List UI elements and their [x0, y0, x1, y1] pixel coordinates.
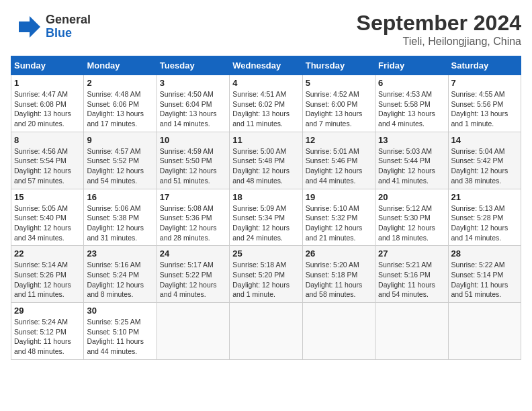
day-number: 20 [378, 192, 445, 202]
day-info: Sunrise: 5:05 AM Sunset: 5:40 PM Dayligh… [14, 203, 81, 243]
calendar-week-4: 22Sunrise: 5:14 AM Sunset: 5:26 PM Dayli… [11, 246, 521, 303]
day-number: 19 [306, 192, 372, 202]
day-number: 15 [14, 192, 81, 202]
day-info: Sunrise: 4:53 AM Sunset: 5:58 PM Dayligh… [378, 89, 445, 129]
day-number: 30 [87, 306, 153, 316]
calendar-cell: 2Sunrise: 4:48 AM Sunset: 6:06 PM Daylig… [84, 75, 157, 132]
day-info: Sunrise: 5:01 AM Sunset: 5:46 PM Dayligh… [306, 146, 372, 186]
calendar-header: SundayMondayTuesdayWednesdayThursdayFrid… [11, 56, 521, 75]
day-info: Sunrise: 5:16 AM Sunset: 5:24 PM Dayligh… [87, 260, 153, 300]
day-number: 28 [451, 248, 518, 259]
day-info: Sunrise: 5:00 AM Sunset: 5:48 PM Dayligh… [232, 146, 299, 186]
day-number: 27 [378, 248, 445, 259]
calendar-cell: 29Sunrise: 5:24 AM Sunset: 5:12 PM Dayli… [11, 303, 84, 360]
logo-text: General Blue [46, 13, 91, 40]
day-info: Sunrise: 4:48 AM Sunset: 6:06 PM Dayligh… [87, 89, 153, 129]
day-number: 24 [160, 248, 226, 259]
calendar-cell: 23Sunrise: 5:16 AM Sunset: 5:24 PM Dayli… [84, 246, 157, 303]
calendar-cell: 26Sunrise: 5:20 AM Sunset: 5:18 PM Dayli… [302, 246, 375, 303]
calendar-cell: 15Sunrise: 5:05 AM Sunset: 5:40 PM Dayli… [11, 189, 84, 246]
day-info: Sunrise: 5:21 AM Sunset: 5:16 PM Dayligh… [378, 260, 445, 300]
day-info: Sunrise: 4:51 AM Sunset: 6:02 PM Dayligh… [232, 89, 299, 129]
day-number: 8 [14, 135, 81, 145]
day-info: Sunrise: 5:22 AM Sunset: 5:14 PM Dayligh… [451, 260, 518, 300]
svg-marker-0 [19, 16, 40, 38]
day-number: 16 [87, 192, 153, 202]
day-number: 9 [87, 135, 153, 145]
calendar-cell: 30Sunrise: 5:25 AM Sunset: 5:10 PM Dayli… [84, 303, 157, 360]
calendar-cell: 27Sunrise: 5:21 AM Sunset: 5:16 PM Dayli… [375, 246, 448, 303]
logo: General Blue [11, 11, 91, 43]
day-number: 13 [378, 135, 445, 145]
calendar-cell: 4Sunrise: 4:51 AM Sunset: 6:02 PM Daylig… [230, 75, 302, 132]
day-number: 2 [87, 78, 153, 88]
day-number: 4 [232, 78, 299, 88]
calendar-cell: 7Sunrise: 4:55 AM Sunset: 5:56 PM Daylig… [448, 75, 521, 132]
header-day-saturday: Saturday [448, 56, 521, 75]
day-info: Sunrise: 4:50 AM Sunset: 6:04 PM Dayligh… [160, 89, 226, 129]
calendar-cell: 11Sunrise: 5:00 AM Sunset: 5:48 PM Dayli… [230, 132, 302, 189]
header-row: SundayMondayTuesdayWednesdayThursdayFrid… [11, 56, 521, 75]
header-day-wednesday: Wednesday [230, 56, 302, 75]
day-number: 12 [306, 135, 372, 145]
day-info: Sunrise: 4:47 AM Sunset: 6:08 PM Dayligh… [14, 89, 81, 129]
day-info: Sunrise: 4:56 AM Sunset: 5:54 PM Dayligh… [14, 146, 81, 186]
calendar-cell [157, 303, 229, 360]
header-day-friday: Friday [375, 56, 448, 75]
calendar-cell: 19Sunrise: 5:10 AM Sunset: 5:32 PM Dayli… [302, 189, 375, 246]
calendar-cell: 21Sunrise: 5:13 AM Sunset: 5:28 PM Dayli… [448, 189, 521, 246]
calendar-cell: 20Sunrise: 5:12 AM Sunset: 5:30 PM Dayli… [375, 189, 448, 246]
calendar-cell: 1Sunrise: 4:47 AM Sunset: 6:08 PM Daylig… [11, 75, 84, 132]
logo-blue-text: Blue [46, 27, 91, 40]
day-info: Sunrise: 5:12 AM Sunset: 5:30 PM Dayligh… [378, 203, 445, 243]
day-info: Sunrise: 4:57 AM Sunset: 5:52 PM Dayligh… [87, 146, 153, 186]
day-number: 26 [306, 248, 372, 259]
page-title: September 2024 [357, 11, 521, 36]
calendar-cell: 6Sunrise: 4:53 AM Sunset: 5:58 PM Daylig… [375, 75, 448, 132]
day-info: Sunrise: 5:06 AM Sunset: 5:38 PM Dayligh… [87, 203, 153, 243]
calendar-table: SundayMondayTuesdayWednesdayThursdayFrid… [11, 56, 521, 360]
calendar-cell [302, 303, 375, 360]
day-info: Sunrise: 5:13 AM Sunset: 5:28 PM Dayligh… [451, 203, 518, 243]
day-number: 18 [232, 192, 299, 202]
day-info: Sunrise: 5:25 AM Sunset: 5:10 PM Dayligh… [87, 317, 153, 357]
day-number: 22 [14, 248, 81, 259]
day-number: 11 [232, 135, 299, 145]
calendar-week-5: 29Sunrise: 5:24 AM Sunset: 5:12 PM Dayli… [11, 303, 521, 360]
day-number: 7 [451, 78, 518, 88]
day-number: 6 [378, 78, 445, 88]
day-number: 5 [306, 78, 372, 88]
header-day-thursday: Thursday [302, 56, 375, 75]
day-number: 25 [232, 248, 299, 259]
page-subtitle: Tieli, Heilongjiang, China [357, 36, 521, 48]
calendar-cell: 22Sunrise: 5:14 AM Sunset: 5:26 PM Dayli… [11, 246, 84, 303]
calendar-cell [230, 303, 302, 360]
calendar-cell: 8Sunrise: 4:56 AM Sunset: 5:54 PM Daylig… [11, 132, 84, 189]
calendar-cell: 18Sunrise: 5:09 AM Sunset: 5:34 PM Dayli… [230, 189, 302, 246]
calendar-cell: 10Sunrise: 4:59 AM Sunset: 5:50 PM Dayli… [157, 132, 229, 189]
day-number: 1 [14, 78, 81, 88]
header-day-sunday: Sunday [11, 56, 84, 75]
calendar-cell: 3Sunrise: 4:50 AM Sunset: 6:04 PM Daylig… [157, 75, 229, 132]
calendar-cell: 12Sunrise: 5:01 AM Sunset: 5:46 PM Dayli… [302, 132, 375, 189]
calendar-cell [448, 303, 521, 360]
day-info: Sunrise: 4:52 AM Sunset: 6:00 PM Dayligh… [306, 89, 372, 129]
day-info: Sunrise: 4:55 AM Sunset: 5:56 PM Dayligh… [451, 89, 518, 129]
day-info: Sunrise: 5:04 AM Sunset: 5:42 PM Dayligh… [451, 146, 518, 186]
logo-icon [11, 11, 43, 43]
logo-general-text: General [46, 13, 91, 27]
title-block: September 2024 Tieli, Heilongjiang, Chin… [357, 11, 521, 48]
calendar-cell: 17Sunrise: 5:08 AM Sunset: 5:36 PM Dayli… [157, 189, 229, 246]
calendar-cell [375, 303, 448, 360]
calendar-cell: 13Sunrise: 5:03 AM Sunset: 5:44 PM Dayli… [375, 132, 448, 189]
day-number: 14 [451, 135, 518, 145]
day-number: 23 [87, 248, 153, 259]
calendar-week-1: 1Sunrise: 4:47 AM Sunset: 6:08 PM Daylig… [11, 75, 521, 132]
calendar-cell: 16Sunrise: 5:06 AM Sunset: 5:38 PM Dayli… [84, 189, 157, 246]
calendar-cell: 9Sunrise: 4:57 AM Sunset: 5:52 PM Daylig… [84, 132, 157, 189]
day-info: Sunrise: 5:14 AM Sunset: 5:26 PM Dayligh… [14, 260, 81, 300]
calendar-cell: 24Sunrise: 5:17 AM Sunset: 5:22 PM Dayli… [157, 246, 229, 303]
day-number: 3 [160, 78, 226, 88]
day-number: 29 [14, 306, 81, 316]
day-info: Sunrise: 4:59 AM Sunset: 5:50 PM Dayligh… [160, 146, 226, 186]
